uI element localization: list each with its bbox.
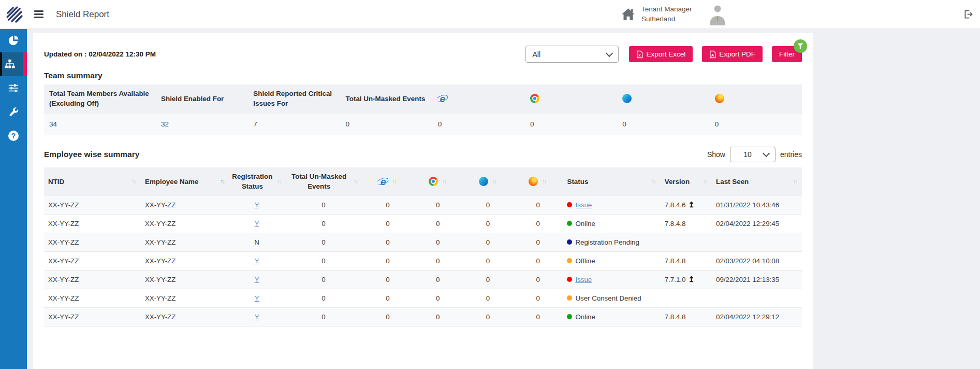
registration-status-link[interactable]: Y [255, 294, 259, 302]
registration-status-text: N [254, 238, 259, 246]
export-pdf-button[interactable]: A Export PDF [702, 46, 763, 62]
version-cell: 7.8.4.8 [661, 251, 712, 270]
table-row: XX-YY-ZZXX-YY-ZZY00000Offline7.8.4.802/0… [44, 251, 802, 270]
sort-icon[interactable]: ↑↓ [703, 178, 708, 184]
status-cell: User Consent Denied [563, 289, 660, 307]
sort-icon[interactable]: ↑↓ [221, 178, 226, 184]
sidebar: ? [0, 29, 27, 369]
ntid-cell: XX-YY-ZZ [44, 196, 141, 215]
emp-col-version[interactable]: Version↑↓ [661, 167, 712, 196]
sliders-icon [8, 82, 19, 94]
registration-status-cell: Y [229, 270, 284, 289]
sort-icon[interactable]: ↑↓ [492, 178, 498, 184]
filter-type-select[interactable]: All [525, 46, 619, 63]
registration-status-link[interactable]: Y [255, 220, 259, 228]
excel-file-icon: x [636, 50, 643, 59]
page-size-select[interactable]: 10 [730, 147, 776, 162]
firefox-count-cell: 0 [513, 251, 563, 270]
employee-name-cell: XX-YY-ZZ [141, 214, 229, 233]
sort-icon[interactable]: ↑↓ [276, 178, 282, 184]
sort-icon[interactable]: ↑↓ [542, 178, 547, 184]
status-dot [567, 277, 572, 282]
emp-col-registration-status[interactable]: Registration Status↑↓ [229, 167, 284, 196]
sort-icon[interactable]: ↑↓ [442, 178, 447, 184]
unmasked-events-cell: 0 [284, 307, 363, 326]
status-link[interactable]: Issue [575, 201, 592, 209]
version-text: 7.8.4.6 [665, 201, 686, 209]
filter-active-badge[interactable] [794, 39, 807, 53]
chrome-count-cell: 0 [413, 251, 463, 270]
sort-icon[interactable]: ↑↓ [354, 178, 359, 184]
team-col-ie: e [433, 84, 525, 113]
show-label: Show [707, 150, 725, 159]
avatar[interactable] [708, 4, 727, 25]
sidebar-item-preferences[interactable] [0, 76, 27, 100]
emp-col-label: Total Un-Masked Events [288, 172, 349, 192]
updated-on-label: Updated on : 02/04/2022 12:30 PM [44, 50, 156, 58]
emp-col-chrome[interactable]: ↑↓ [413, 167, 463, 196]
team-summary-value: 0 [341, 113, 433, 135]
status-wrap: Issue [567, 201, 656, 209]
registration-status-cell: Y [229, 251, 284, 270]
menu-hamburger-icon[interactable] [34, 10, 43, 18]
registration-status-link[interactable]: Y [255, 257, 259, 265]
registration-status-link[interactable]: Y [255, 276, 259, 283]
version-cell: 7.7.1.0↥ [661, 270, 712, 289]
sidebar-item-team-report[interactable] [0, 52, 27, 76]
sidebar-item-dashboard[interactable] [0, 29, 27, 52]
team-summary-value: 0 [525, 113, 617, 135]
emp-col-last-seen[interactable]: Last Seen↑↓ [712, 167, 802, 196]
ie-icon: e [438, 94, 447, 103]
logout-icon[interactable] [963, 9, 974, 20]
page-size-value: 10 [737, 150, 758, 159]
sort-icon[interactable]: ↑↓ [131, 178, 137, 184]
edge-count-cell: 0 [463, 270, 513, 289]
sort-down-arrow: ↓ [134, 178, 137, 184]
team-summary-value: 7 [248, 113, 340, 135]
emp-col-employee-name[interactable]: Employee Name↑↓ [141, 167, 229, 196]
emp-col-total-un-masked-events[interactable]: Total Un-Masked Events↑↓ [284, 167, 363, 196]
version-text: 7.8.4.8 [665, 313, 686, 321]
unmasked-events-cell: 0 [284, 289, 363, 307]
unmasked-events-cell: 0 [284, 270, 363, 289]
team-summary-value: 34 [44, 113, 156, 135]
main-content-card: Updated on : 02/04/2022 12:30 PM All x E… [33, 33, 813, 369]
team-summary-values-row: 3432700000 [44, 113, 802, 135]
sort-icon[interactable]: ↑↓ [651, 178, 656, 184]
emp-col-status[interactable]: Status↑↓ [563, 167, 660, 196]
status-link[interactable]: Issue [575, 276, 592, 283]
sidebar-item-help[interactable]: ? [0, 124, 27, 148]
edge-count-cell: 0 [463, 196, 513, 215]
version-text: 7.8.4.8 [665, 257, 686, 265]
team-col-edge [617, 84, 709, 113]
export-excel-button[interactable]: x Export Excel [629, 46, 693, 62]
sidebar-item-tools[interactable] [0, 100, 27, 124]
ie-count-cell: 0 [363, 251, 413, 270]
emp-col-ntid[interactable]: NTID↑↓ [44, 167, 141, 196]
sort-icon[interactable]: ↑↓ [793, 178, 798, 184]
user-cluster: Tenant Manager Sutherland [621, 0, 727, 29]
home-icon[interactable] [621, 8, 635, 21]
status-dot [567, 258, 572, 263]
emp-col-edge[interactable]: ↑↓ [463, 167, 513, 196]
last-seen-cell [712, 233, 802, 251]
sort-down-arrow: ↓ [279, 178, 282, 184]
last-seen-cell: 01/31/2022 10:43:46 [712, 196, 802, 215]
firefox-count-cell: 0 [513, 270, 563, 289]
team-summary-value: 32 [156, 113, 248, 135]
team-summary-value: 0 [617, 113, 709, 135]
last-seen-cell [712, 289, 802, 307]
registration-status-link[interactable]: Y [255, 313, 259, 321]
status-dot [567, 239, 572, 245]
unmasked-events-cell: 0 [284, 233, 363, 251]
sort-icon[interactable]: ↑↓ [392, 178, 397, 184]
team-col-total-un-masked-events: Total Un-Masked Events [341, 84, 433, 113]
emp-col-ie[interactable]: e↑↓ [363, 167, 413, 196]
status-cell: Issue [563, 270, 660, 289]
emp-col-firefox[interactable]: ↑↓ [513, 167, 563, 196]
registration-status-link[interactable]: Y [255, 201, 259, 209]
ie-count-cell: 0 [363, 307, 413, 326]
team-col-label: Shield Reported Critical Issues For [253, 90, 332, 107]
sitemap-icon [4, 59, 16, 70]
team-col-label: Total Team Members Available (Excluding … [49, 90, 149, 107]
